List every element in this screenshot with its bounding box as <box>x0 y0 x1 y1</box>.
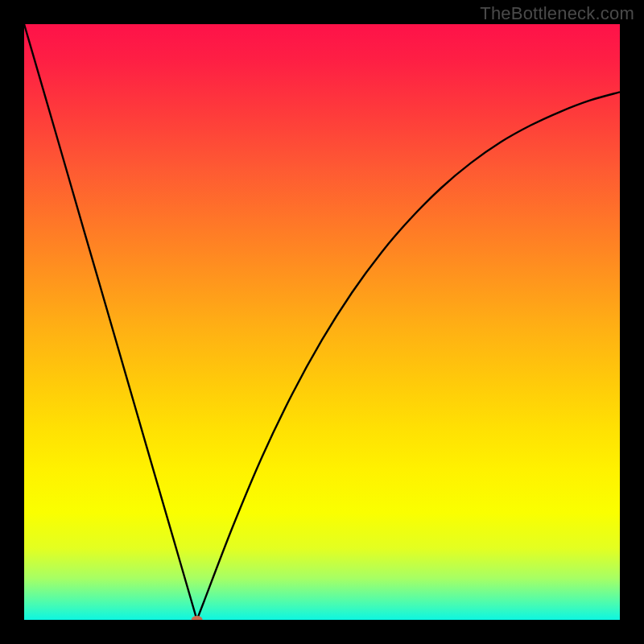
chart-frame: TheBottleneck.com <box>0 0 644 644</box>
minimum-marker <box>192 616 203 620</box>
curve-layer <box>24 24 620 620</box>
watermark-text: TheBottleneck.com <box>480 3 634 24</box>
bottleneck-curve <box>24 24 620 620</box>
plot-area <box>24 24 620 620</box>
